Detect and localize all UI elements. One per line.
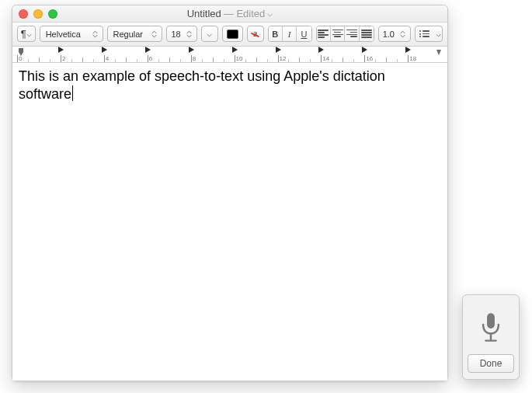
align-right-button[interactable] <box>345 26 359 41</box>
ruler-label: 4 <box>106 55 109 62</box>
titlebar[interactable]: Untitled — Edited <box>12 5 447 23</box>
title-menu-chevron-icon[interactable] <box>267 8 273 19</box>
close-button[interactable] <box>19 9 28 19</box>
italic-button[interactable]: I <box>283 26 297 41</box>
list-icon <box>419 30 429 37</box>
ruler-label: 0 <box>19 55 22 62</box>
tab-stop-marker[interactable] <box>145 47 151 53</box>
minimize-button[interactable] <box>33 9 43 19</box>
svg-rect-1 <box>487 313 495 329</box>
document-status: — Edited <box>224 8 265 19</box>
dictation-popover: Done <box>462 294 520 380</box>
strike-a-icon: a <box>253 28 257 40</box>
done-label: Done <box>480 358 502 369</box>
chevron-down-icon <box>436 30 441 39</box>
stepper-arrows-icon <box>184 30 194 38</box>
font-size-menu[interactable] <box>201 26 218 42</box>
document-area[interactable]: This is an example of speech-to-text usi… <box>12 63 447 381</box>
chevron-down-icon <box>207 30 212 39</box>
font-family-value: Helvetica <box>46 30 87 39</box>
align-center-button[interactable] <box>331 26 345 41</box>
ruler-label: 10 <box>236 55 243 62</box>
tab-stop-marker[interactable] <box>276 47 281 53</box>
align-left-icon <box>318 30 329 38</box>
svg-rect-0 <box>19 48 23 52</box>
tab-stop-marker[interactable] <box>405 47 411 53</box>
align-justify-icon <box>361 30 372 38</box>
tab-stop-marker[interactable] <box>58 47 64 53</box>
align-center-icon <box>332 30 343 38</box>
window-controls <box>12 9 57 19</box>
chevron-down-icon <box>26 30 32 39</box>
tab-stop-marker[interactable] <box>102 47 107 53</box>
alignment-group <box>316 26 374 42</box>
text-cursor <box>72 85 73 101</box>
stepper-arrows-icon <box>398 30 408 38</box>
underline-button[interactable]: U <box>297 26 311 41</box>
formatting-toolbar: ¶ Helvetica Regular 18 <box>12 23 447 47</box>
document-title: Untitled <box>187 8 221 19</box>
font-style-value: Regular <box>113 30 147 39</box>
stepper-arrows-icon <box>149 30 159 38</box>
tab-stop-marker[interactable] <box>362 47 367 53</box>
ruler[interactable]: 024681012141618 <box>12 47 447 63</box>
zoom-button[interactable] <box>48 9 57 19</box>
done-button[interactable]: Done <box>468 354 514 373</box>
paragraph-styles-button[interactable]: ¶ <box>17 26 36 42</box>
font-family-select[interactable]: Helvetica <box>40 26 103 42</box>
font-style-select[interactable]: Regular <box>107 26 163 42</box>
ruler-label: 6 <box>149 55 152 62</box>
stepper-arrows-icon <box>90 30 100 38</box>
tab-stop-marker[interactable] <box>232 47 238 53</box>
text-color-button[interactable] <box>222 26 243 42</box>
line-spacing-value: 1.0 <box>383 30 395 39</box>
align-right-icon <box>346 30 357 38</box>
tab-stop-marker[interactable] <box>318 47 324 53</box>
list-style-select[interactable] <box>415 26 443 42</box>
window-title: Untitled — Edited <box>12 8 447 19</box>
color-swatch-icon <box>227 30 238 39</box>
tab-stop-marker[interactable] <box>189 47 194 53</box>
line-spacing-select[interactable]: 1.0 <box>378 26 411 42</box>
ruler-label: 2 <box>62 55 65 62</box>
font-size-select[interactable]: 18 <box>166 26 196 42</box>
highlight-toggle-button[interactable]: a <box>247 26 264 42</box>
ruler-label: 18 <box>409 55 416 62</box>
ruler-label: 12 <box>280 55 287 62</box>
right-indent-marker[interactable] <box>435 47 443 61</box>
textedit-window: Untitled — Edited ¶ Helvetica Regular 18 <box>12 5 448 381</box>
text-style-group: B I U <box>268 26 312 42</box>
font-size-value: 18 <box>171 30 180 39</box>
ruler-label: 8 <box>193 55 196 62</box>
document-text: This is an example of speech-to-text usi… <box>19 68 385 102</box>
align-justify-button[interactable] <box>360 26 374 41</box>
microphone-icon[interactable] <box>478 303 504 354</box>
align-left-button[interactable] <box>317 26 331 41</box>
ruler-label: 14 <box>322 55 329 62</box>
bold-button[interactable]: B <box>269 26 283 41</box>
ruler-label: 16 <box>366 55 373 62</box>
